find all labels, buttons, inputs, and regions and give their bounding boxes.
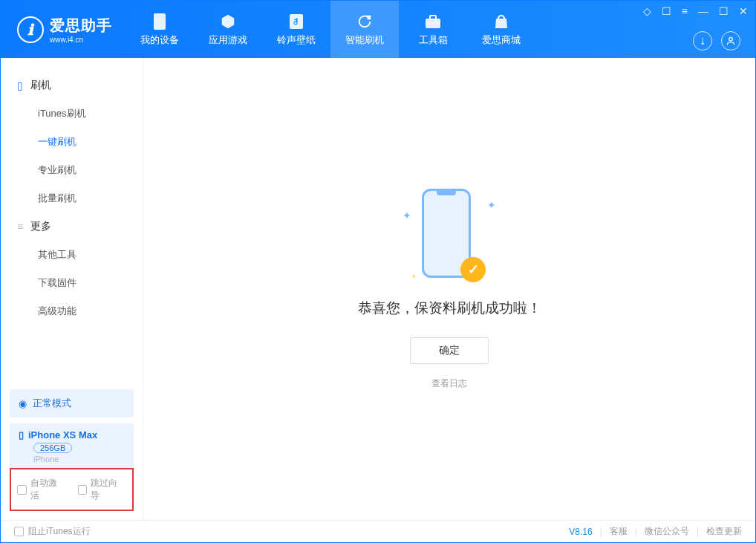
maximize-button[interactable]: ☐: [719, 5, 729, 17]
device-icon: [151, 13, 169, 30]
user-button[interactable]: [721, 31, 740, 51]
wechat-link[interactable]: 微信公众号: [645, 525, 689, 538]
status-bar: 阻止iTunes运行 V8.16 | 客服 | 微信公众号 | 检查更新: [1, 520, 755, 542]
sidebar-item-itunes-flash[interactable]: iTunes刷机: [1, 100, 143, 128]
nav-store[interactable]: 爱思商城: [467, 1, 535, 58]
sidebar: ▯ 刷机 iTunes刷机 一键刷机 专业刷机 批量刷机 ≡ 更多 其他工具 下…: [1, 58, 143, 520]
device-name: iPhone XS Max: [28, 429, 97, 440]
nav-label: 工具箱: [419, 33, 448, 47]
sidebar-item-batch-flash[interactable]: 批量刷机: [1, 184, 143, 212]
sidebar-section-more: ≡ 更多: [1, 212, 143, 241]
nav-toolbox[interactable]: 工具箱: [399, 1, 467, 58]
main-content: ✦ ✦ ✦ ✓ 恭喜您，保资料刷机成功啦！ 确定 查看日志: [143, 58, 755, 520]
sidebar-item-pro-flash[interactable]: 专业刷机: [1, 156, 143, 184]
view-log-link[interactable]: 查看日志: [431, 377, 467, 390]
device-type: iPhone: [33, 455, 125, 464]
skin-icon[interactable]: ◇: [643, 5, 651, 17]
phone-icon: ▯: [17, 79, 23, 91]
check-update-link[interactable]: 检查更新: [706, 525, 742, 538]
sidebar-item-download-firmware[interactable]: 下载固件: [1, 269, 143, 297]
ok-button[interactable]: 确定: [410, 337, 489, 364]
music-file-icon: [287, 13, 305, 30]
svg-rect-3: [430, 16, 436, 19]
sparkle-icon: ✦: [403, 209, 410, 217]
app-header: ℹ︎ 爱思助手 www.i4.cn 我的设备 应用游戏 铃声壁纸 智能刷机 工具…: [1, 1, 755, 58]
block-itunes-label[interactable]: 阻止iTunes运行: [28, 525, 91, 538]
success-message: 恭喜您，保资料刷机成功啦！: [358, 299, 541, 318]
nav-ringtone-wallpaper[interactable]: 铃声壁纸: [262, 1, 330, 58]
nav-label: 我的设备: [140, 33, 179, 47]
bag-icon: [492, 13, 510, 30]
nav-label: 智能刷机: [345, 33, 384, 47]
check-badge-icon: ✓: [460, 257, 486, 282]
svg-point-4: [729, 37, 733, 41]
flash-options-highlight: 自动激活 跳过向导: [10, 468, 134, 511]
nav-label: 应用游戏: [209, 33, 247, 47]
window-controls: ◇ ☐ ≡ — ☐ ✕: [643, 5, 748, 17]
checkbox-auto-activate[interactable]: 自动激活: [17, 477, 66, 502]
feedback-icon[interactable]: ☐: [662, 5, 671, 17]
app-logo-icon: ℹ︎: [17, 16, 44, 43]
svg-rect-0: [154, 13, 166, 30]
cube-icon: [219, 13, 237, 30]
nav-my-device[interactable]: 我的设备: [126, 1, 194, 58]
app-title: 爱思助手: [50, 16, 112, 36]
success-illustration: ✦ ✦ ✦ ✓: [408, 189, 490, 285]
minimize-button[interactable]: —: [698, 5, 708, 17]
nav-apps-games[interactable]: 应用游戏: [194, 1, 262, 58]
device-info-card[interactable]: ▯ iPhone XS Max 256GB iPhone: [10, 423, 134, 469]
checkbox-icon: [17, 485, 27, 495]
sparkle-icon: ✦: [487, 199, 495, 207]
mode-icon: ◉: [19, 398, 27, 409]
checkbox-skip-guide[interactable]: 跳过向导: [78, 477, 127, 502]
main-nav: 我的设备 应用游戏 铃声壁纸 智能刷机 工具箱 爱思商城: [126, 1, 535, 58]
sparkle-icon: ✦: [411, 273, 419, 281]
logo: ℹ︎ 爱思助手 www.i4.cn: [1, 1, 126, 58]
device-storage: 256GB: [33, 443, 72, 453]
nav-label: 铃声壁纸: [277, 33, 316, 47]
device-icon: ▯: [19, 429, 24, 440]
sidebar-section-flash: ▯ 刷机: [1, 71, 143, 100]
list-icon: ≡: [17, 221, 23, 233]
version-label: V8.16: [569, 527, 592, 537]
sidebar-item-advanced[interactable]: 高级功能: [1, 297, 143, 325]
download-button[interactable]: ↓: [693, 31, 712, 51]
close-button[interactable]: ✕: [739, 5, 748, 17]
nav-label: 爱思商城: [482, 33, 521, 47]
sidebar-item-other-tools[interactable]: 其他工具: [1, 241, 143, 269]
nav-smart-flash[interactable]: 智能刷机: [330, 1, 399, 58]
app-subtitle: www.i4.cn: [50, 36, 112, 44]
support-link[interactable]: 客服: [610, 525, 628, 538]
device-mode-label: 正常模式: [33, 397, 71, 410]
device-mode-card[interactable]: ◉ 正常模式: [10, 389, 134, 417]
checkbox-icon: [78, 485, 88, 495]
menu-icon[interactable]: ≡: [682, 5, 688, 17]
header-actions: ↓: [693, 31, 740, 51]
sidebar-item-oneclick-flash[interactable]: 一键刷机: [1, 128, 143, 156]
refresh-icon: [356, 13, 374, 30]
checkbox-icon[interactable]: [14, 527, 24, 536]
toolbox-icon: [424, 13, 442, 30]
